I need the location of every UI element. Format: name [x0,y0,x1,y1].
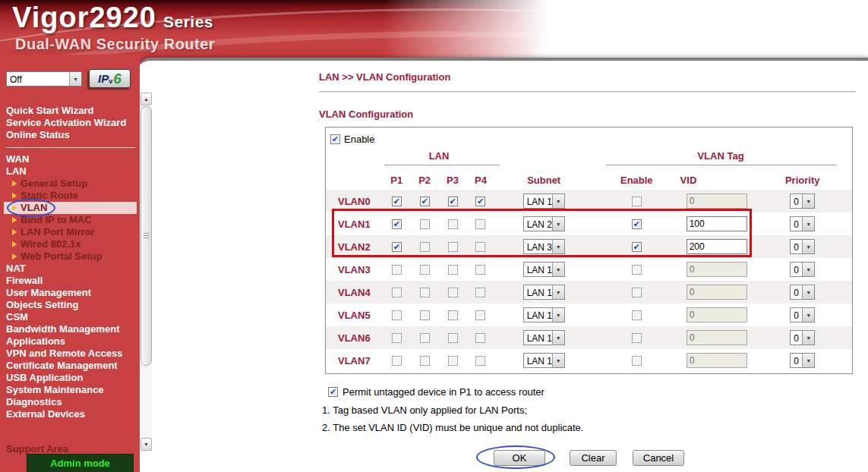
priority-select-vlan7[interactable]: 0▼ [790,353,815,368]
vlan1-p3-checkbox[interactable] [448,219,458,229]
sidebar-item-nat[interactable]: NAT [6,263,137,275]
subnet-select-vlan6[interactable]: LAN 1▼ [523,330,565,345]
scroll-up-icon[interactable]: ▲ [140,93,152,105]
sidebar-item-bind-ip-to-mac[interactable]: Bind IP to MAC [6,214,137,226]
vlan7-tag-enable-checkbox[interactable] [632,356,642,366]
vid-input-vlan7[interactable] [687,353,747,368]
vlan4-tag-enable-checkbox[interactable] [632,288,642,297]
vlan2-p3-checkbox[interactable] [448,242,458,252]
sidebar-item-static-route[interactable]: Static Route [6,190,137,202]
clear-button[interactable]: Clear [570,450,617,466]
sidebar-item-certificate-management[interactable]: Certificate Management [6,360,137,372]
vlan0-p2-checkbox[interactable]: ✔ [420,197,430,206]
priority-select-vlan3[interactable]: 0▼ [790,262,815,277]
vlan-enable-checkbox[interactable]: ✔ [330,134,340,144]
vlan0-p4-checkbox[interactable]: ✔ [475,197,485,206]
sidebar-item-wan[interactable]: WAN [6,153,137,165]
vlan1-p1-checkbox[interactable]: ✔ [392,219,402,229]
vlan6-p3-checkbox[interactable] [448,333,458,343]
vlan4-p4-checkbox[interactable] [475,288,485,297]
priority-select-vlan2[interactable]: 0▼ [790,239,815,254]
vlan0-tag-enable-checkbox[interactable] [632,197,642,206]
vlan2-p4-checkbox[interactable] [475,242,485,252]
priority-select-vlan5[interactable]: 0▼ [790,307,815,323]
vlan7-p1-checkbox[interactable] [392,356,402,366]
vlan3-p4-checkbox[interactable] [475,265,485,275]
subnet-select-vlan3[interactable]: LAN 1▼ [523,262,565,277]
scroll-down-icon[interactable]: ▼ [140,438,152,451]
vlan2-p2-checkbox[interactable] [420,242,430,252]
sidebar-item-vlan[interactable]: VLAN [4,202,137,214]
vlan3-tag-enable-checkbox[interactable] [632,265,642,275]
vlan5-p3-checkbox[interactable] [448,310,458,320]
vlan7-p3-checkbox[interactable] [448,356,458,366]
vlan7-p4-checkbox[interactable] [475,356,485,366]
subnet-select-vlan7[interactable]: LAN 1▼ [523,353,565,368]
vid-input-vlan0[interactable] [687,194,747,209]
sidebar-item-user-management[interactable]: User Management [6,287,137,299]
subnet-select-vlan2[interactable]: LAN 3▼ [523,239,565,254]
sidebar-item-online-status[interactable]: Online Status [6,129,137,141]
priority-select-vlan1[interactable]: 0▼ [790,216,815,231]
vid-input-vlan1[interactable] [687,216,747,231]
vlan6-p1-checkbox[interactable] [392,333,402,343]
sidebar-item-applications[interactable]: Applications [6,335,137,348]
vlan6-p4-checkbox[interactable] [475,333,485,343]
permit-untagged-checkbox[interactable]: ✔ [328,387,338,397]
subnet-select-vlan1[interactable]: LAN 2▼ [523,216,565,231]
sidebar-item-vpn-and-remote-access[interactable]: VPN and Remote Access [6,348,137,360]
sidebar-item-csm[interactable]: CSM [6,311,137,323]
sidebar-item-usb-application[interactable]: USB Application [6,372,137,384]
vid-input-vlan5[interactable] [687,307,747,323]
sidebar-item-bandwidth-management[interactable]: Bandwidth Management [6,323,137,335]
subnet-select-vlan4[interactable]: LAN 1▼ [523,285,565,300]
vlan5-p2-checkbox[interactable] [420,310,430,320]
vlan4-p3-checkbox[interactable] [448,288,458,297]
scrollbar-thumb[interactable] [140,106,152,366]
vid-input-vlan4[interactable] [687,285,747,300]
mode-select[interactable]: Off ▼ [6,71,82,87]
sidebar-item-wired-802-1x[interactable]: Wired 802.1x [6,238,137,250]
ok-button[interactable]: OK [494,450,545,466]
vlan5-p4-checkbox[interactable] [475,310,485,320]
vlan1-p4-checkbox[interactable] [475,219,485,229]
vlan4-p1-checkbox[interactable] [392,288,402,297]
vid-input-vlan6[interactable] [687,330,747,345]
sidebar-item-general-setup[interactable]: General Setup [6,178,137,190]
vlan0-p1-checkbox[interactable]: ✔ [392,197,402,206]
sidebar-item-lan-port-mirror[interactable]: LAN Port Mirror [6,226,137,238]
vlan6-tag-enable-checkbox[interactable] [632,333,642,343]
vlan6-p2-checkbox[interactable] [420,333,430,343]
sidebar-item-external-devices[interactable]: External Devices [6,408,137,420]
vlan7-p2-checkbox[interactable] [420,356,430,366]
cancel-button[interactable]: Cancel [633,450,684,466]
vlan2-tag-enable-checkbox[interactable]: ✔ [632,242,642,252]
vlan2-p1-checkbox[interactable]: ✔ [392,242,402,252]
sidebar-scrollbar[interactable]: ▲ ▼ [140,93,152,451]
subnet-select-vlan5[interactable]: LAN 1▼ [523,307,565,323]
vlan3-p2-checkbox[interactable] [420,265,430,275]
vlan5-p1-checkbox[interactable] [392,310,402,320]
priority-select-vlan6[interactable]: 0▼ [790,330,815,345]
priority-select-vlan4[interactable]: 0▼ [790,285,815,300]
vlan1-tag-enable-checkbox[interactable]: ✔ [632,219,642,229]
sidebar-item-service-activation-wizard[interactable]: Service Activation Wizard [6,117,137,129]
vlan4-p2-checkbox[interactable] [420,288,430,297]
vlan1-p2-checkbox[interactable] [420,219,430,229]
vlan3-p3-checkbox[interactable] [448,265,458,275]
sidebar-item-system-maintenance[interactable]: System Maintenance [6,384,137,396]
vid-input-vlan3[interactable] [687,262,747,277]
priority-select-vlan0[interactable]: 0▼ [790,194,815,209]
sidebar-item-firewall[interactable]: Firewall [6,275,137,287]
sidebar-item-lan[interactable]: LAN [6,165,137,178]
vlan0-p3-checkbox[interactable]: ✔ [448,197,458,206]
ipv6-button[interactable]: IP v 6 [89,69,131,88]
sidebar-item-quick-start-wizard[interactable]: Quick Start Wizard [6,105,137,117]
sidebar-item-diagnostics[interactable]: Diagnostics [6,396,137,408]
vlan3-p1-checkbox[interactable] [392,265,402,275]
vid-input-vlan2[interactable] [687,239,747,254]
sidebar-item-objects-setting[interactable]: Objects Setting [6,299,137,311]
subnet-select-vlan0[interactable]: LAN 1▼ [523,194,565,209]
sidebar-item-web-portal-setup[interactable]: Web Portal Setup [6,250,137,263]
vlan5-tag-enable-checkbox[interactable] [632,310,642,320]
